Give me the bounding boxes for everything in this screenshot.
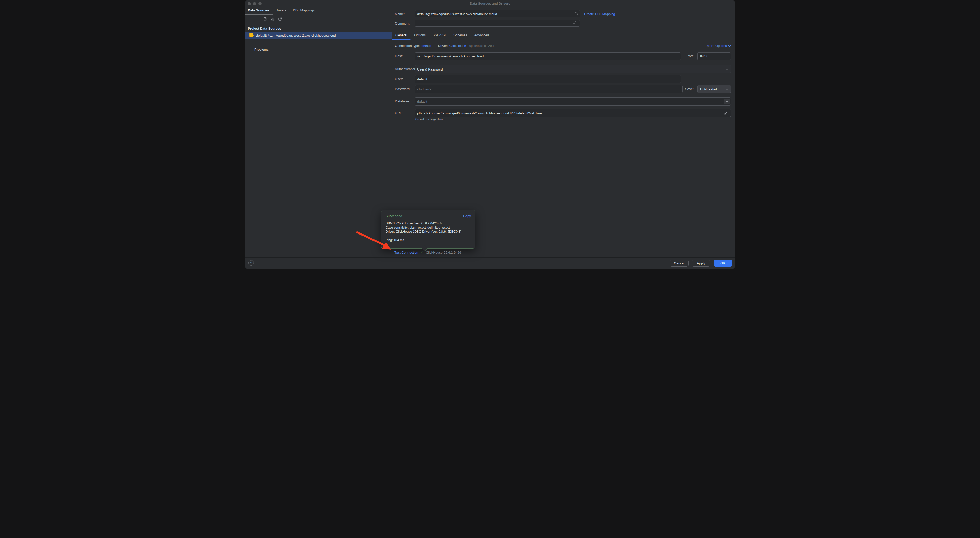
save-label: Save: — [678, 87, 694, 91]
status-succeeded: Succeeded — [385, 214, 402, 218]
datasource-list-item[interactable]: default@szm7oqed0o.us-west-2.aws.clickho… — [245, 32, 392, 38]
save-select[interactable]: Until restart — [697, 85, 731, 93]
tab-options[interactable]: Options — [414, 33, 426, 37]
host-input[interactable] — [415, 53, 681, 60]
save-value: Until restart — [700, 88, 725, 91]
port-label: Port: — [678, 54, 694, 58]
minimize-button[interactable] — [253, 2, 256, 5]
case-sensitivity-line: Case sensitivity: plain=exact, delimited… — [385, 226, 471, 230]
tabs-divider — [392, 40, 735, 40]
test-connection-row: Test Connection ✓ ClickHouse 25.6.2.6426 — [395, 250, 461, 255]
expand-comment-icon[interactable] — [573, 21, 733, 25]
chevron-down-icon — [728, 45, 731, 47]
test-connection-result-popup: Succeeded Copy DBMS: ClickHouse (ver. 25… — [381, 210, 476, 248]
user-input[interactable] — [415, 75, 681, 83]
comment-label: Comment: — [395, 21, 410, 25]
driver-note: supports since 20.7 — [468, 44, 494, 48]
connection-type-row: Connection type: default Driver: ClickHo… — [395, 44, 494, 48]
ping-line: Ping: 104 ms — [385, 238, 471, 242]
driver-label: Driver: — [438, 44, 448, 48]
password-input[interactable] — [415, 85, 682, 93]
open-in-editor-icon[interactable] — [277, 17, 283, 22]
footer-divider — [245, 257, 735, 258]
clickhouse-icon — [249, 33, 254, 37]
tab-general[interactable]: General — [396, 33, 407, 37]
password-label: Password: — [395, 87, 410, 91]
tab-ddl-mappings[interactable]: DDL Mappings — [293, 8, 315, 12]
more-options-label: More Options — [707, 44, 727, 48]
datasource-color-circle[interactable] — [574, 12, 578, 15]
tab-ssh-ssl[interactable]: SSH/SSL — [433, 33, 447, 37]
duplicate-icon[interactable] — [262, 17, 268, 22]
create-ddl-mapping-link[interactable]: Create DDL Mapping — [584, 12, 615, 16]
copy-link[interactable]: Copy — [463, 214, 471, 218]
port-input[interactable] — [697, 53, 731, 60]
back-arrow-icon[interactable]: ← — [378, 16, 382, 21]
ok-button[interactable]: OK — [714, 259, 732, 267]
tree-item-problems[interactable]: Problems — [255, 48, 269, 51]
zoom-button[interactable] — [258, 2, 262, 5]
tab-advanced[interactable]: Advanced — [474, 33, 489, 37]
success-check-icon: ✓ — [420, 250, 423, 255]
window-controls — [248, 2, 262, 5]
tree-group-header: Project Data Sources — [248, 27, 281, 30]
connection-type-value-link[interactable]: default — [422, 44, 431, 48]
driver-value-link[interactable]: ClickHouse — [449, 44, 466, 48]
connection-type-label: Connection type: — [395, 44, 420, 48]
sidebar-tabs: Data Sources Drivers DDL Mappings — [248, 8, 315, 12]
close-button[interactable] — [248, 2, 251, 5]
database-dropdown-button[interactable] — [724, 99, 730, 104]
expand-url-icon[interactable] — [724, 111, 733, 115]
database-label: Database: — [395, 99, 410, 103]
database-value: default — [417, 100, 729, 103]
apply-button[interactable]: Apply — [692, 259, 710, 267]
history-nav: ← → — [378, 16, 388, 21]
tab-schemas[interactable]: Schemas — [453, 33, 467, 37]
tab-data-sources[interactable]: Data Sources — [248, 8, 269, 12]
sidebar-tabstrip-divider — [245, 14, 392, 15]
datasource-label: default@szm7oqed0o.us-west-2.aws.clickho… — [256, 33, 336, 37]
more-options-link[interactable]: More Options — [707, 44, 731, 48]
forward-arrow-icon[interactable]: → — [384, 16, 388, 21]
data-sources-dialog: Data Sources and Drivers Data Sources Dr… — [245, 0, 735, 269]
add-icon[interactable] — [248, 17, 253, 22]
test-connection-status: ClickHouse 25.6.2.6426 — [426, 251, 461, 255]
window-title: Data Sources and Drivers — [245, 2, 735, 5]
name-input[interactable] — [415, 10, 581, 18]
tab-drivers[interactable]: Drivers — [276, 8, 286, 12]
authentication-value: User & Password — [417, 67, 725, 71]
sidebar-toolbar — [248, 17, 283, 22]
connection-tabs: General Options SSH/SSL Schemas Advanced — [396, 33, 489, 37]
driver-line: Driver: ClickHouse JDBC Driver (ver. 0.8… — [385, 230, 471, 234]
settings-gear-icon[interactable] — [270, 17, 275, 22]
remove-icon[interactable] — [255, 17, 260, 22]
authentication-select[interactable]: User & Password — [415, 65, 731, 73]
url-input[interactable] — [415, 109, 731, 117]
comment-input[interactable] — [415, 20, 580, 27]
database-combobox[interactable]: default — [415, 97, 731, 105]
test-connection-link[interactable]: Test Connection — [395, 251, 418, 255]
edit-pencil-icon[interactable]: ✎ — [440, 221, 442, 225]
host-label: Host: — [395, 54, 402, 58]
user-label: User: — [395, 77, 403, 81]
cancel-button[interactable]: Cancel — [670, 259, 689, 267]
help-icon[interactable]: ? — [248, 260, 254, 266]
dbms-line: DBMS: ClickHouse (ver. 25.6.2.6426)✎ — [385, 221, 471, 226]
authentication-label: Authentication: — [395, 67, 417, 71]
chevron-down-icon — [725, 100, 729, 102]
chevron-down-icon — [725, 88, 729, 90]
name-label: Name: — [395, 12, 405, 16]
url-label: URL: — [395, 111, 402, 115]
chevron-down-icon — [725, 68, 729, 70]
url-note: Overrides settings above — [415, 118, 444, 121]
